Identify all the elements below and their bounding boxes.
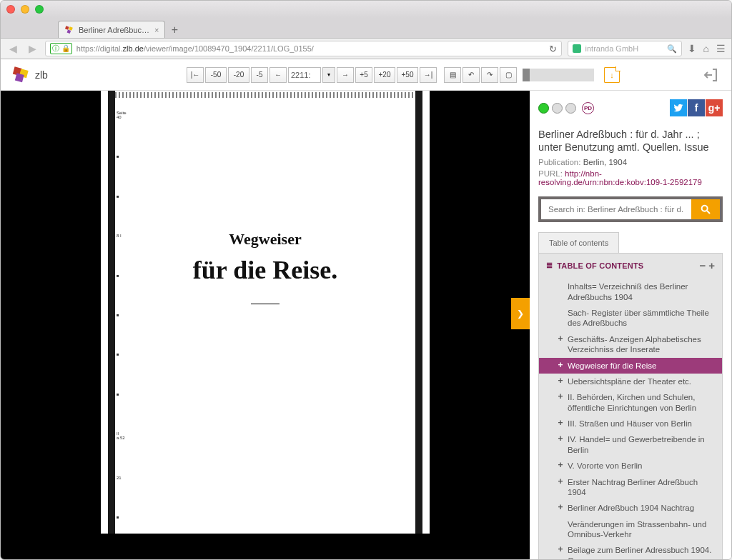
next-page-button[interactable]: → (337, 67, 354, 83)
public-domain-badge[interactable]: PD (582, 102, 594, 114)
download-button[interactable]: ⬇ (688, 43, 696, 54)
toc-item[interactable]: +IV. Handel= und Gewerbetreibende in Ber… (539, 431, 722, 458)
expand-sidebar-tab[interactable]: ❯ (511, 298, 530, 329)
toc-item[interactable]: +V. Vororte von Berlin (539, 458, 722, 474)
page-dropdown-button[interactable]: ▾ (322, 67, 335, 83)
status-gray-icon-1[interactable] (552, 103, 563, 114)
rotate-left-button[interactable]: ↶ (463, 67, 480, 83)
viewer-app: zlb |← -50 -20 -5 ← ▾ → +5 +20 +50 →| ▤ … (1, 59, 731, 560)
toc-item-label: Uebersichtspläne der Theater etc. (568, 376, 691, 386)
gutter-marks: Seite40■■8 I■■■■II a.5221■ (117, 111, 127, 519)
toc-item[interactable]: Veränderungen im Strassenbahn- und Omnib… (539, 516, 722, 543)
rotate-right-button[interactable]: ↷ (481, 67, 498, 83)
nav-forward-button[interactable]: ▶ (26, 43, 39, 54)
toc-expand-icon[interactable]: + (558, 461, 563, 470)
tab-close-button[interactable]: × (154, 26, 159, 34)
fwd-5-button[interactable]: +5 (355, 67, 372, 83)
toc-expand-icon[interactable]: + (558, 477, 563, 486)
page-number-input[interactable] (288, 67, 321, 83)
facebook-button[interactable]: f (688, 99, 705, 116)
window-titlebar (1, 1, 731, 18)
back-20-button[interactable]: -20 (228, 67, 249, 83)
toc-item[interactable]: +Berliner Adreßbuch 1904 Nachtrag (539, 500, 722, 516)
url-text: https://digital.zlb.de/viewer/image/1008… (76, 44, 314, 53)
exit-button[interactable] (701, 65, 721, 85)
tab-title: Berliner Adreßbuch : für d. Ja… (79, 26, 150, 34)
toc-expand-icon[interactable]: + (558, 392, 563, 401)
toc-item[interactable]: +Uebersichtspläne der Theater etc. (539, 374, 722, 389)
purl-link[interactable]: http://nbn-resolving.de/urn:nbn:de:kobv:… (538, 169, 702, 186)
toc-expand-icon[interactable]: + (558, 376, 563, 386)
view-mode-button[interactable]: ▤ (444, 67, 461, 83)
back-5-button[interactable]: -5 (251, 67, 268, 83)
toc-icon: ≣ (546, 261, 553, 270)
toc-expand-icon[interactable]: + (558, 361, 563, 370)
fwd-50-button[interactable]: +50 (397, 67, 418, 83)
fwd-20-button[interactable]: +20 (374, 67, 395, 83)
record-search-button[interactable] (691, 199, 720, 219)
toc-expand-icon[interactable]: + (558, 545, 563, 554)
toc-collapse-all-button[interactable]: − (699, 259, 706, 271)
toc-tab[interactable]: Table of contents (538, 232, 619, 253)
menu-button[interactable]: ☰ (716, 43, 726, 54)
browser-tab[interactable]: Berliner Adreßbuch : für d. Ja… × (58, 21, 165, 38)
toc-expand-all-button[interactable]: + (708, 259, 715, 271)
last-page-button[interactable]: →| (420, 67, 437, 83)
page-edge-left (108, 91, 115, 534)
svg-point-6 (702, 206, 708, 211)
toc-panel: ≣ TABLE OF CONTENTS − + Inhalts= Verzeic… (538, 253, 723, 560)
url-input[interactable]: ⓘ 🔒 https://digital.zlb.de/viewer/image/… (45, 41, 562, 56)
social-buttons: f g+ (670, 99, 723, 116)
site-logo[interactable]: zlb (9, 64, 48, 86)
purl-label: PURL: (538, 169, 563, 178)
search-icon: 🔍 (667, 44, 677, 54)
toc-expand-icon[interactable]: + (558, 419, 563, 428)
record-title: Berliner Adreßbuch : für d. Jahr ... ; u… (538, 128, 723, 154)
prev-page-button[interactable]: ← (269, 67, 287, 83)
app-header: zlb |← -50 -20 -5 ← ▾ → +5 +20 +50 →| ▤ … (1, 59, 731, 91)
image-viewer[interactable]: Seite40■■8 I■■■■II a.5221■ Wegweiser für… (1, 91, 530, 560)
toc-list: Inhalts= Verzeichniß des Berliner Adreßb… (539, 277, 722, 560)
toc-item[interactable]: Sach- Register über sämmtliche Theile de… (539, 305, 722, 331)
new-tab-button[interactable]: + (165, 22, 184, 38)
page-heading-2: für die Reise. (101, 255, 430, 285)
page-divider (251, 304, 280, 304)
toc-item[interactable]: +Wegweiser für die Reise (539, 358, 722, 374)
toc-item[interactable]: +Erster Nachtrag Berliner Adreßbuch 1904 (539, 474, 722, 501)
download-pdf-button[interactable]: ↓ (604, 67, 620, 83)
toc-item[interactable]: +II. Behörden, Kirchen und Schulen, öffe… (539, 389, 722, 416)
close-window-button[interactable] (6, 5, 15, 14)
reload-button[interactable]: ↻ (549, 44, 557, 54)
toc-item[interactable]: Inhalts= Verzeichniß des Berliner Adreßb… (539, 279, 722, 305)
minimize-window-button[interactable] (21, 5, 29, 14)
toc-expand-icon[interactable]: + (558, 334, 563, 344)
fullscreen-button[interactable]: ▢ (500, 67, 517, 83)
toc-expand-icon[interactable]: + (558, 434, 563, 444)
twitter-button[interactable] (670, 99, 687, 116)
search-placeholder-text: intranda GmbH (585, 44, 639, 53)
home-button[interactable]: ⌂ (703, 43, 709, 54)
page-edge-right (415, 91, 422, 534)
status-gray-icon-2[interactable] (565, 103, 576, 114)
zoom-handle[interactable] (523, 69, 530, 81)
traffic-lights (6, 5, 44, 14)
back-50-button[interactable]: -50 (205, 67, 227, 83)
toc-item[interactable]: +III. Straßen und Häuser von Berlin (539, 416, 722, 431)
first-page-button[interactable]: |← (187, 67, 204, 83)
nav-back-button[interactable]: ◀ (6, 43, 20, 54)
tabstrip: Berliner Adreßbuch : für d. Ja… × + (1, 18, 731, 38)
toc-expand-icon[interactable]: + (558, 503, 563, 512)
toc-item[interactable]: +Beilage zum Berliner Adressbuch 1904. G… (539, 542, 722, 560)
zoom-slider[interactable] (523, 69, 594, 81)
browser-search-input[interactable]: intranda GmbH 🔍 (568, 41, 682, 56)
toc-header: ≣ TABLE OF CONTENTS − + (539, 254, 722, 277)
page-toolbar: |← -50 -20 -5 ← ▾ → +5 +20 +50 →| ▤ ↶ ↷ … (187, 59, 620, 91)
toc-item-label: Sach- Register über sämmtliche Theile de… (568, 308, 715, 329)
toc-item[interactable]: +Geschäfts- Anzeigen Alphabetisches Verz… (539, 331, 722, 358)
toc-item-label: IV. Handel= und Gewerbetreibende in Berl… (568, 434, 715, 455)
status-green-icon[interactable] (538, 103, 549, 114)
status-row: PD f g+ (538, 99, 723, 116)
googleplus-button[interactable]: g+ (706, 99, 723, 116)
record-search-input[interactable] (541, 199, 691, 219)
maximize-window-button[interactable] (35, 5, 44, 14)
